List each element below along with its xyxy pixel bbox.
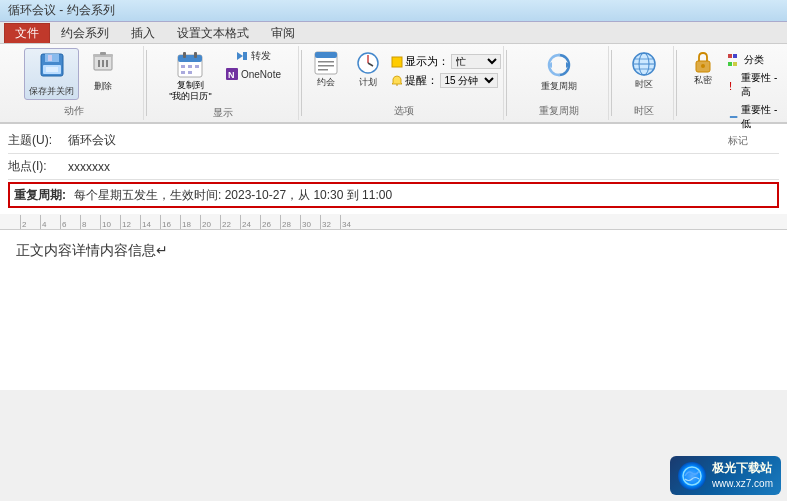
svg-rect-17: [195, 65, 199, 68]
group-timezone-label: 时区: [634, 104, 654, 118]
calendar-icon: [175, 50, 205, 80]
divider-4: [611, 50, 612, 116]
meeting-button[interactable]: 约会: [307, 48, 345, 91]
category-icon: [728, 54, 742, 66]
category-button[interactable]: 分类: [725, 52, 787, 68]
svg-rect-24: [315, 52, 337, 58]
watermark-box: 极光下载站 www.xz7.com: [670, 456, 781, 495]
copy-calendar-col: 复制到"我的日历": [163, 48, 218, 104]
recurrence-icon: [544, 50, 574, 80]
svg-rect-14: [194, 52, 197, 58]
group-display: 复制到"我的日历" 转发: [149, 46, 299, 120]
content-area[interactable]: 正文内容详情内容信息↵: [0, 230, 787, 390]
private-icon: [691, 50, 715, 74]
svg-rect-27: [318, 69, 328, 71]
tab-file[interactable]: 文件: [4, 23, 50, 43]
svg-rect-42: [728, 54, 732, 58]
showas-label: 显示为：: [405, 54, 449, 69]
svg-rect-7: [100, 52, 106, 55]
group-tags: 私密 分类 !: [679, 46, 787, 120]
showas-row: 显示为： 忙: [391, 54, 501, 69]
svg-rect-25: [318, 61, 334, 63]
ruler: 2 4 6 8 10 12 14 16 18 20 22 24 26 28 30…: [0, 214, 787, 230]
svg-rect-26: [318, 65, 334, 67]
divider-2: [301, 50, 302, 116]
save-close-button[interactable]: 保存并关闭: [24, 48, 79, 100]
location-label: 地点(I):: [8, 158, 68, 175]
recurrence-button[interactable]: 重复周期: [537, 48, 581, 95]
group-options-content: 约会 计划 显示为：: [307, 48, 501, 102]
ribbon-toolbar: 保存并关闭 删除: [0, 44, 787, 124]
tab-appointment-series[interactable]: 约会系列: [50, 23, 120, 43]
form-area: 主题(U): 地点(I): 重复周期: 每个星期五发生，生效时间: 2023-1…: [0, 124, 787, 214]
plan-icon: [355, 50, 381, 76]
ruler-mark-22: 22: [220, 215, 240, 229]
save-close-label: 保存并关闭: [29, 86, 74, 97]
group-options-label: 选项: [394, 104, 414, 118]
svg-text:!: !: [729, 80, 732, 91]
ruler-mark-10: 10: [100, 215, 120, 229]
plan-button[interactable]: 计划: [349, 48, 387, 91]
private-label: 私密: [694, 74, 712, 87]
svg-rect-45: [733, 62, 737, 66]
private-button[interactable]: 私密: [685, 48, 721, 89]
svg-point-41: [701, 64, 705, 68]
tab-format-text[interactable]: 设置文本格式: [166, 23, 260, 43]
showas-reminder-col: 显示为： 忙 提醒： 15 分钟: [391, 48, 501, 88]
recurrence-value: 每个星期五发生，生效时间: 2023-10-27，从 10:30 到 11:00: [74, 187, 392, 204]
low-importance-button[interactable]: 重要性 - 低: [725, 102, 787, 132]
ruler-mark-12: 12: [120, 215, 140, 229]
svg-rect-15: [181, 65, 185, 68]
delete-button[interactable]: 删除: [83, 48, 123, 95]
onenote-button[interactable]: N OneNote: [222, 66, 284, 82]
ribbon-groups-row: 保存并关闭 删除: [4, 46, 787, 120]
group-display-content: 复制到"我的日历" 转发: [163, 48, 284, 104]
divider-5: [676, 50, 677, 116]
ruler-mark-28: 28: [280, 215, 300, 229]
forward-label: 转发: [251, 49, 271, 63]
ruler-mark-32: 32: [320, 215, 340, 229]
ruler-mark-14: 14: [140, 215, 160, 229]
group-recurrence: 重复周期 重复周期: [509, 46, 609, 120]
category-label: 分类: [744, 53, 764, 67]
subject-input[interactable]: [68, 134, 779, 148]
svg-rect-18: [181, 71, 185, 74]
ruler-mark-26: 26: [260, 215, 280, 229]
tab-review[interactable]: 审阅: [260, 23, 306, 43]
high-importance-button[interactable]: ! 重要性 - 高: [725, 70, 787, 100]
svg-rect-2: [48, 55, 52, 61]
ruler-mark-2: 2: [20, 215, 40, 229]
location-input[interactable]: [68, 160, 779, 174]
globe-icon: [630, 50, 658, 78]
showas-select[interactable]: 忙: [451, 54, 501, 69]
low-importance-label: 重要性 - 低: [741, 103, 787, 131]
svg-text:N: N: [228, 70, 235, 80]
divider-3: [506, 50, 507, 116]
svg-rect-31: [392, 57, 402, 67]
delete-icon: [91, 50, 115, 78]
group-actions: 保存并关闭 删除: [4, 46, 144, 120]
timezone-button[interactable]: 时区: [624, 48, 664, 93]
ruler-mark-34: 34: [340, 215, 360, 229]
watermark-title: 极光下载站: [712, 460, 773, 477]
ribbon-tabs: 文件 约会系列 插入 设置文本格式 审阅: [0, 22, 787, 44]
subject-row: 主题(U):: [8, 128, 779, 154]
location-row: 地点(I):: [8, 154, 779, 180]
delete-label: 删除: [94, 80, 112, 93]
group-actions-content: 保存并关闭 删除: [24, 48, 123, 102]
ruler-mark-30: 30: [300, 215, 320, 229]
tab-insert[interactable]: 插入: [120, 23, 166, 43]
svg-rect-19: [188, 71, 192, 74]
svg-rect-13: [183, 52, 186, 58]
low-importance-icon: [728, 111, 739, 123]
reminder-select[interactable]: 15 分钟: [440, 73, 498, 88]
copy-calendar-button[interactable]: 复制到"我的日历": [165, 48, 215, 104]
high-importance-icon: !: [728, 79, 739, 91]
group-timezone: 时区 时区: [614, 46, 674, 120]
forward-button[interactable]: 转发: [222, 48, 284, 64]
copy-calendar-label: 复制到"我的日历": [169, 80, 211, 102]
reminder-icon: [391, 75, 403, 87]
group-display-label: 显示: [213, 106, 233, 120]
svg-rect-4: [46, 67, 58, 72]
ruler-mark-24: 24: [240, 215, 260, 229]
